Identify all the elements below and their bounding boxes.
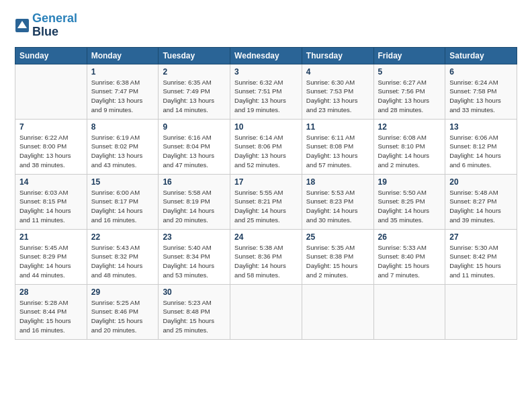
week-row-4: 21Sunrise: 5:45 AM Sunset: 8:29 PM Dayli… xyxy=(15,229,517,284)
day-number: 1 xyxy=(91,67,154,77)
col-header-thursday: Thursday xyxy=(302,47,373,64)
day-number: 12 xyxy=(378,122,441,132)
day-info: Sunrise: 6:27 AM Sunset: 7:56 PM Dayligh… xyxy=(378,78,441,115)
day-number: 7 xyxy=(19,122,83,132)
page: General Blue SundayMondayTuesdayWednesda… xyxy=(0,0,532,349)
calendar-cell: 10Sunrise: 6:14 AM Sunset: 8:06 PM Dayli… xyxy=(230,119,302,174)
day-number: 4 xyxy=(306,67,369,77)
day-info: Sunrise: 5:35 AM Sunset: 8:38 PM Dayligh… xyxy=(306,243,369,280)
day-info: Sunrise: 6:19 AM Sunset: 8:02 PM Dayligh… xyxy=(91,133,154,170)
day-info: Sunrise: 5:30 AM Sunset: 8:42 PM Dayligh… xyxy=(449,243,513,280)
calendar-cell: 13Sunrise: 6:06 AM Sunset: 8:12 PM Dayli… xyxy=(445,119,517,174)
day-number: 20 xyxy=(449,177,513,187)
calendar-cell xyxy=(445,284,517,339)
logo-icon xyxy=(15,18,30,33)
day-number: 13 xyxy=(449,122,513,132)
day-number: 6 xyxy=(449,67,513,77)
day-number: 16 xyxy=(163,177,226,187)
day-number: 15 xyxy=(91,177,154,187)
day-number: 19 xyxy=(378,177,441,187)
day-info: Sunrise: 5:40 AM Sunset: 8:34 PM Dayligh… xyxy=(163,243,226,280)
calendar-cell xyxy=(373,284,445,339)
week-row-3: 14Sunrise: 6:03 AM Sunset: 8:15 PM Dayli… xyxy=(15,174,517,229)
day-info: Sunrise: 6:30 AM Sunset: 7:53 PM Dayligh… xyxy=(306,78,369,115)
calendar-cell: 11Sunrise: 6:11 AM Sunset: 8:08 PM Dayli… xyxy=(302,119,373,174)
calendar-cell xyxy=(15,64,87,119)
day-number: 28 xyxy=(19,287,83,297)
day-info: Sunrise: 6:32 AM Sunset: 7:51 PM Dayligh… xyxy=(234,78,298,115)
day-number: 23 xyxy=(163,232,226,242)
col-header-monday: Monday xyxy=(87,47,159,64)
calendar-cell: 15Sunrise: 6:00 AM Sunset: 8:17 PM Dayli… xyxy=(87,174,159,229)
day-info: Sunrise: 5:23 AM Sunset: 8:48 PM Dayligh… xyxy=(163,298,226,335)
day-info: Sunrise: 6:14 AM Sunset: 8:06 PM Dayligh… xyxy=(234,133,298,170)
calendar-cell: 26Sunrise: 5:33 AM Sunset: 8:40 PM Dayli… xyxy=(373,229,445,284)
day-number: 5 xyxy=(378,67,441,77)
day-number: 3 xyxy=(234,67,298,77)
week-row-5: 28Sunrise: 5:28 AM Sunset: 8:44 PM Dayli… xyxy=(15,284,517,339)
day-info: Sunrise: 5:25 AM Sunset: 8:46 PM Dayligh… xyxy=(91,298,154,335)
day-number: 8 xyxy=(91,122,154,132)
calendar-cell: 1Sunrise: 6:38 AM Sunset: 7:47 PM Daylig… xyxy=(87,64,159,119)
calendar-cell: 14Sunrise: 6:03 AM Sunset: 8:15 PM Dayli… xyxy=(15,174,87,229)
day-number: 14 xyxy=(19,177,83,187)
header: General Blue xyxy=(15,12,517,39)
day-number: 29 xyxy=(91,287,154,297)
day-info: Sunrise: 6:06 AM Sunset: 8:12 PM Dayligh… xyxy=(449,133,513,170)
calendar-cell: 21Sunrise: 5:45 AM Sunset: 8:29 PM Dayli… xyxy=(15,229,87,284)
day-info: Sunrise: 5:45 AM Sunset: 8:29 PM Dayligh… xyxy=(19,243,83,280)
logo-text: General Blue xyxy=(32,12,77,39)
calendar-cell: 16Sunrise: 5:58 AM Sunset: 8:19 PM Dayli… xyxy=(159,174,230,229)
day-number: 26 xyxy=(378,232,441,242)
day-info: Sunrise: 5:43 AM Sunset: 8:32 PM Dayligh… xyxy=(91,243,154,280)
day-info: Sunrise: 5:55 AM Sunset: 8:21 PM Dayligh… xyxy=(234,188,298,225)
logo: General Blue xyxy=(15,12,77,39)
calendar-cell: 27Sunrise: 5:30 AM Sunset: 8:42 PM Dayli… xyxy=(445,229,517,284)
day-info: Sunrise: 6:08 AM Sunset: 8:10 PM Dayligh… xyxy=(378,133,441,170)
calendar-cell: 4Sunrise: 6:30 AM Sunset: 7:53 PM Daylig… xyxy=(302,64,373,119)
header-row: SundayMondayTuesdayWednesdayThursdayFrid… xyxy=(15,47,517,64)
day-info: Sunrise: 6:03 AM Sunset: 8:15 PM Dayligh… xyxy=(19,188,83,225)
day-info: Sunrise: 6:38 AM Sunset: 7:47 PM Dayligh… xyxy=(91,78,154,115)
day-number: 11 xyxy=(306,122,369,132)
col-header-sunday: Sunday xyxy=(15,47,87,64)
col-header-saturday: Saturday xyxy=(445,47,517,64)
calendar-cell: 5Sunrise: 6:27 AM Sunset: 7:56 PM Daylig… xyxy=(373,64,445,119)
calendar-cell: 29Sunrise: 5:25 AM Sunset: 8:46 PM Dayli… xyxy=(87,284,159,339)
day-info: Sunrise: 5:28 AM Sunset: 8:44 PM Dayligh… xyxy=(19,298,83,335)
calendar-cell: 9Sunrise: 6:16 AM Sunset: 8:04 PM Daylig… xyxy=(159,119,230,174)
day-info: Sunrise: 5:48 AM Sunset: 8:27 PM Dayligh… xyxy=(449,188,513,225)
calendar-cell: 18Sunrise: 5:53 AM Sunset: 8:23 PM Dayli… xyxy=(302,174,373,229)
day-info: Sunrise: 6:22 AM Sunset: 8:00 PM Dayligh… xyxy=(19,133,83,170)
calendar-cell: 22Sunrise: 5:43 AM Sunset: 8:32 PM Dayli… xyxy=(87,229,159,284)
col-header-friday: Friday xyxy=(373,47,445,64)
week-row-1: 1Sunrise: 6:38 AM Sunset: 7:47 PM Daylig… xyxy=(15,64,517,119)
day-number: 2 xyxy=(163,67,226,77)
day-info: Sunrise: 5:58 AM Sunset: 8:19 PM Dayligh… xyxy=(163,188,226,225)
day-number: 25 xyxy=(306,232,369,242)
day-number: 17 xyxy=(234,177,298,187)
calendar-cell: 24Sunrise: 5:38 AM Sunset: 8:36 PM Dayli… xyxy=(230,229,302,284)
day-info: Sunrise: 6:00 AM Sunset: 8:17 PM Dayligh… xyxy=(91,188,154,225)
day-info: Sunrise: 5:38 AM Sunset: 8:36 PM Dayligh… xyxy=(234,243,298,280)
day-number: 10 xyxy=(234,122,298,132)
calendar-cell: 28Sunrise: 5:28 AM Sunset: 8:44 PM Dayli… xyxy=(15,284,87,339)
day-number: 22 xyxy=(91,232,154,242)
calendar-cell: 8Sunrise: 6:19 AM Sunset: 8:02 PM Daylig… xyxy=(87,119,159,174)
day-info: Sunrise: 6:16 AM Sunset: 8:04 PM Dayligh… xyxy=(163,133,226,170)
calendar-cell: 20Sunrise: 5:48 AM Sunset: 8:27 PM Dayli… xyxy=(445,174,517,229)
day-info: Sunrise: 6:24 AM Sunset: 7:58 PM Dayligh… xyxy=(449,78,513,115)
day-number: 9 xyxy=(163,122,226,132)
day-number: 27 xyxy=(449,232,513,242)
day-number: 21 xyxy=(19,232,83,242)
day-info: Sunrise: 5:50 AM Sunset: 8:25 PM Dayligh… xyxy=(378,188,441,225)
day-info: Sunrise: 6:11 AM Sunset: 8:08 PM Dayligh… xyxy=(306,133,369,170)
calendar-table: SundayMondayTuesdayWednesdayThursdayFrid… xyxy=(15,47,517,340)
day-info: Sunrise: 5:33 AM Sunset: 8:40 PM Dayligh… xyxy=(378,243,441,280)
calendar-cell: 19Sunrise: 5:50 AM Sunset: 8:25 PM Dayli… xyxy=(373,174,445,229)
week-row-2: 7Sunrise: 6:22 AM Sunset: 8:00 PM Daylig… xyxy=(15,119,517,174)
calendar-cell: 6Sunrise: 6:24 AM Sunset: 7:58 PM Daylig… xyxy=(445,64,517,119)
calendar-cell: 3Sunrise: 6:32 AM Sunset: 7:51 PM Daylig… xyxy=(230,64,302,119)
calendar-cell: 17Sunrise: 5:55 AM Sunset: 8:21 PM Dayli… xyxy=(230,174,302,229)
day-info: Sunrise: 5:53 AM Sunset: 8:23 PM Dayligh… xyxy=(306,188,369,225)
